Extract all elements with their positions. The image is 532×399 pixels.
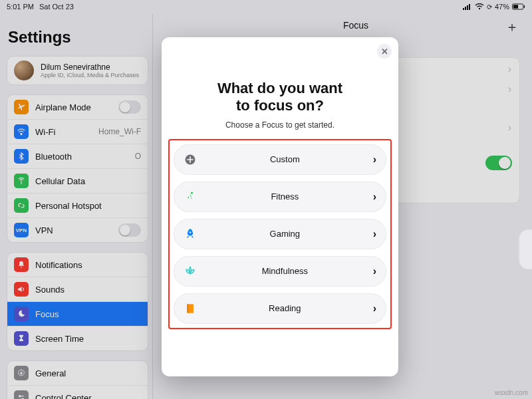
option-label: Mindfulness bbox=[205, 266, 365, 276]
chevron-right-icon: › bbox=[373, 191, 376, 203]
plus-circle-icon bbox=[184, 153, 197, 166]
focus-option-reading[interactable]: Reading › bbox=[174, 293, 386, 324]
focus-option-gaming[interactable]: Gaming › bbox=[174, 219, 386, 249]
modal-heading: What do you wantto focus on? bbox=[162, 37, 398, 115]
chevron-right-icon: › bbox=[373, 265, 376, 277]
svg-rect-22 bbox=[188, 304, 189, 313]
option-label: Custom bbox=[205, 154, 365, 164]
lotus-icon bbox=[184, 265, 197, 278]
running-icon bbox=[184, 190, 197, 203]
svg-point-19 bbox=[191, 192, 193, 194]
slide-over-grabber[interactable] bbox=[519, 229, 532, 269]
close-button[interactable]: ✕ bbox=[377, 44, 392, 59]
chevron-right-icon: › bbox=[373, 303, 376, 315]
modal-subheading: Choose a Focus to get started. bbox=[162, 120, 398, 130]
focus-picker-modal: ✕ What do you wantto focus on? Choose a … bbox=[162, 37, 398, 376]
chevron-right-icon: › bbox=[373, 154, 376, 166]
option-label: Gaming bbox=[205, 229, 365, 239]
option-label: Fitness bbox=[205, 192, 365, 201]
focus-option-mindfulness[interactable]: Mindfulness › bbox=[174, 256, 386, 287]
book-icon bbox=[184, 302, 197, 315]
svg-point-20 bbox=[190, 231, 192, 233]
chevron-right-icon: › bbox=[373, 228, 376, 240]
option-label: Reading bbox=[205, 303, 365, 313]
rocket-icon bbox=[184, 227, 197, 241]
option-highlight: Custom › Fitness › Gaming › Mindfulness … bbox=[168, 139, 392, 329]
focus-option-fitness[interactable]: Fitness › bbox=[174, 182, 386, 212]
watermark: wsxdn.com bbox=[495, 389, 528, 396]
close-icon: ✕ bbox=[381, 47, 388, 57]
focus-option-custom[interactable]: Custom › bbox=[174, 144, 386, 175]
